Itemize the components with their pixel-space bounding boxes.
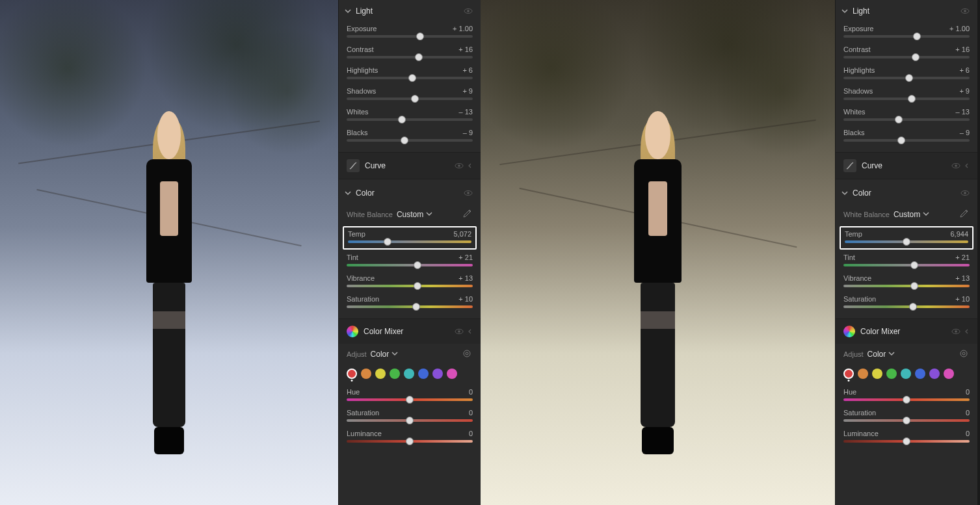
swatch-orange[interactable] (858, 369, 868, 379)
slider-value[interactable]: + 9 (462, 87, 473, 95)
chevron-left-icon[interactable] (468, 329, 473, 334)
slider-thumb[interactable] (913, 32, 921, 40)
swatch-orange[interactable] (361, 369, 371, 379)
swatch-red[interactable] (843, 369, 854, 379)
slider-track[interactable] (347, 440, 473, 443)
slider-value[interactable]: + 21 (458, 253, 473, 261)
slider-thumb[interactable] (384, 238, 391, 246)
slider-thumb[interactable] (903, 238, 910, 246)
color-section-header[interactable]: Color (339, 179, 481, 204)
swatch-green[interactable] (886, 369, 897, 379)
slider-thumb[interactable] (412, 303, 420, 311)
slider-track[interactable] (347, 56, 473, 58)
slider-value[interactable]: 6,944 (950, 230, 968, 238)
swatch-yellow[interactable] (375, 369, 386, 379)
eyedropper-icon[interactable] (462, 209, 473, 220)
eye-icon[interactable] (960, 6, 970, 16)
slider-value[interactable]: – 9 (960, 129, 970, 136)
wb-dropdown[interactable]: Custom (894, 210, 929, 219)
slider-value[interactable]: 0 (469, 388, 473, 396)
curve-icon[interactable] (843, 159, 856, 172)
slider-thumb[interactable] (910, 282, 918, 290)
eye-icon[interactable] (455, 327, 464, 336)
slider-thumb[interactable] (414, 282, 421, 290)
slider-track[interactable] (843, 56, 970, 58)
slider-track[interactable] (347, 285, 473, 287)
slider-track[interactable] (348, 240, 471, 243)
target-icon[interactable] (959, 349, 970, 359)
slider-track[interactable] (347, 419, 473, 422)
color-mixer-header[interactable]: Color Mixer (836, 318, 977, 344)
slider-value[interactable]: + 13 (458, 274, 473, 282)
light-section-header[interactable]: Light (836, 0, 977, 22)
slider-value[interactable]: + 9 (959, 87, 970, 95)
eye-icon[interactable] (960, 188, 970, 198)
slider-thumb[interactable] (895, 116, 903, 123)
chevron-left-icon[interactable] (964, 163, 970, 168)
slider-track[interactable] (347, 77, 473, 79)
slider-value[interactable]: 0 (966, 430, 970, 437)
slider-value[interactable]: 5,072 (453, 230, 471, 238)
slider-thumb[interactable] (905, 74, 913, 82)
swatch-magenta[interactable] (447, 369, 457, 379)
slider-thumb[interactable] (903, 417, 910, 424)
slider-value[interactable]: + 6 (959, 66, 970, 74)
slider-value[interactable]: – 13 (459, 108, 473, 116)
slider-thumb[interactable] (411, 95, 419, 103)
slider-thumb[interactable] (912, 53, 920, 61)
slider-value[interactable]: + 1.00 (949, 25, 970, 32)
curve-section-header[interactable]: Curve (339, 152, 481, 179)
slider-thumb[interactable] (401, 136, 408, 144)
slider-value[interactable]: + 21 (955, 253, 970, 261)
slider-value[interactable]: 0 (966, 388, 970, 396)
chevron-left-icon[interactable] (468, 163, 473, 168)
slider-value[interactable]: + 13 (955, 274, 970, 282)
slider-thumb[interactable] (416, 32, 424, 40)
swatch-green[interactable] (390, 369, 400, 379)
eyedropper-icon[interactable] (959, 209, 970, 220)
light-section-header[interactable]: Light (339, 0, 481, 22)
slider-thumb[interactable] (414, 261, 421, 269)
slider-track[interactable] (347, 35, 473, 38)
slider-track[interactable] (347, 118, 473, 121)
slider-value[interactable]: 0 (469, 409, 473, 417)
slider-track[interactable] (843, 440, 970, 443)
eye-icon[interactable] (464, 188, 473, 198)
slider-value[interactable]: + 1.00 (453, 25, 473, 32)
eye-icon[interactable] (951, 161, 960, 170)
color-section-header[interactable]: Color (836, 179, 977, 204)
slider-thumb[interactable] (910, 261, 918, 269)
slider-thumb[interactable] (406, 417, 414, 424)
swatch-blue[interactable] (418, 369, 429, 379)
slider-value[interactable]: + 10 (955, 295, 970, 303)
slider-thumb[interactable] (897, 136, 905, 144)
slider-thumb[interactable] (398, 116, 406, 123)
slider-track[interactable] (347, 264, 473, 266)
slider-track[interactable] (347, 305, 473, 308)
slider-track[interactable] (843, 139, 970, 142)
wb-dropdown[interactable]: Custom (397, 210, 432, 219)
slider-value[interactable]: + 10 (458, 295, 473, 303)
slider-track[interactable] (843, 285, 970, 287)
eye-icon[interactable] (951, 327, 960, 336)
slider-thumb[interactable] (408, 74, 416, 82)
swatch-aqua[interactable] (901, 369, 911, 379)
slider-value[interactable]: – 9 (463, 129, 473, 136)
eye-icon[interactable] (464, 6, 473, 16)
slider-thumb[interactable] (908, 95, 916, 103)
slider-value[interactable]: 0 (469, 430, 473, 437)
curve-section-header[interactable]: Curve (836, 152, 977, 179)
eye-icon[interactable] (455, 161, 464, 170)
curve-icon[interactable] (347, 159, 360, 172)
swatch-red[interactable] (347, 369, 357, 379)
swatch-aqua[interactable] (404, 369, 414, 379)
adjust-dropdown[interactable]: Color (867, 350, 895, 359)
slider-track[interactable] (843, 97, 970, 100)
slider-value[interactable]: + 6 (462, 66, 473, 74)
target-icon[interactable] (462, 349, 473, 359)
slider-track[interactable] (843, 419, 970, 422)
swatch-purple[interactable] (432, 369, 443, 379)
slider-track[interactable] (347, 97, 473, 100)
swatch-purple[interactable] (929, 369, 940, 379)
color-mixer-header[interactable]: Color Mixer (339, 318, 481, 344)
